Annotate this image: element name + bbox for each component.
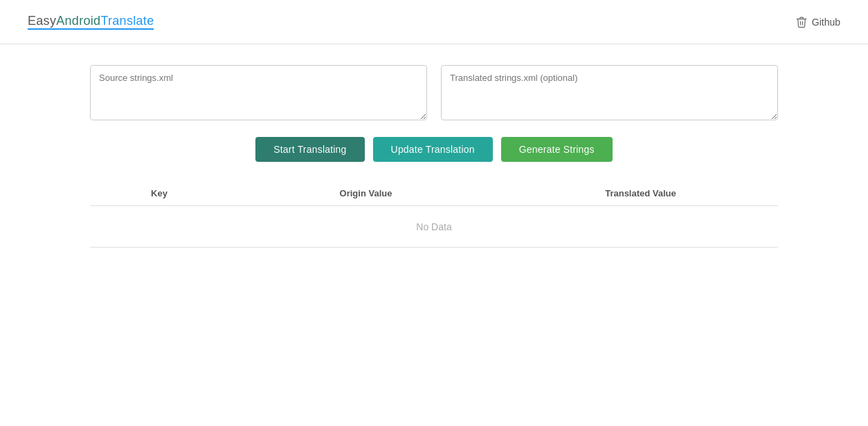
brand-android: Android — [56, 14, 100, 28]
generate-strings-button[interactable]: Generate Strings — [501, 137, 613, 162]
button-row: Start Translating Update Translation Gen… — [90, 137, 778, 162]
source-textarea[interactable] — [90, 65, 427, 120]
update-translation-button[interactable]: Update Translation — [373, 137, 493, 162]
github-link[interactable]: Github — [795, 16, 840, 28]
brand-text: EasyAndroidTranslate — [28, 14, 154, 28]
textarea-row — [90, 65, 778, 120]
github-icon — [795, 16, 808, 28]
github-label: Github — [812, 17, 840, 28]
translated-textarea[interactable] — [441, 65, 778, 120]
navbar: EasyAndroidTranslate Github — [0, 0, 868, 44]
table-header: Key Origin Value Translated Value — [90, 181, 778, 206]
main-content: Start Translating Update Translation Gen… — [0, 44, 868, 248]
no-data-label: No Data — [416, 207, 451, 246]
brand-underline — [28, 28, 154, 30]
table-body: No Data — [90, 206, 778, 248]
col-key-header: Key — [90, 188, 228, 198]
brand-easy: Easy — [28, 14, 56, 28]
brand: EasyAndroidTranslate — [28, 14, 154, 30]
col-origin-header: Origin Value — [228, 188, 503, 198]
brand-translate: Translate — [100, 14, 154, 28]
col-translated-header: Translated Value — [503, 188, 778, 198]
start-translating-button[interactable]: Start Translating — [255, 137, 364, 162]
